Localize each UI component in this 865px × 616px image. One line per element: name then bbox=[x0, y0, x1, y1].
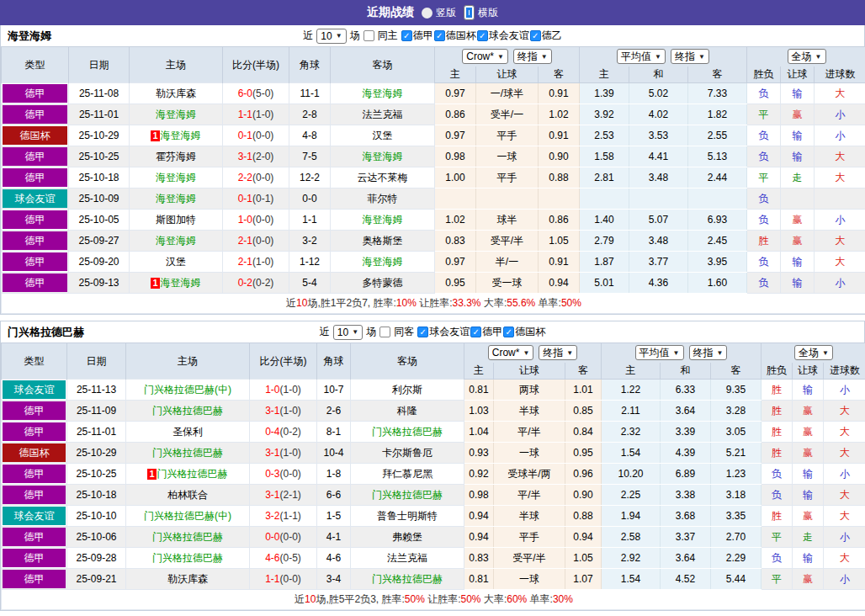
avg-away: 2.55 bbox=[688, 125, 747, 146]
league-checkbox[interactable]: ✓ bbox=[434, 30, 445, 41]
result-winloss: 胜 bbox=[762, 443, 793, 464]
away-team-name: 海登海姆 bbox=[363, 88, 403, 99]
league-checkbox[interactable]: ✓ bbox=[530, 30, 541, 41]
odds-away: 0.91 bbox=[539, 252, 580, 273]
avg-home: 2.32 bbox=[602, 422, 661, 443]
home-team-cell: 汉堡 bbox=[130, 252, 223, 273]
full-time-score: 1-0 bbox=[238, 214, 252, 226]
result-handicap: 赢 bbox=[781, 104, 815, 125]
league-filters: ✓球会友谊✓德甲✓德国杯 bbox=[417, 325, 545, 339]
score-cell: 0-0(0-0) bbox=[250, 527, 317, 548]
match-type-cell: 德甲 bbox=[2, 569, 67, 590]
home-team-cell: 门兴格拉德巴赫 bbox=[126, 401, 250, 422]
average-select[interactable]: 平均值▼ bbox=[635, 345, 684, 360]
company-select[interactable]: Crow*▼ bbox=[462, 49, 508, 64]
radio-horizontal-icon[interactable] bbox=[464, 5, 475, 20]
home-team-name: 海登海姆 bbox=[156, 172, 196, 183]
odds-home: 1.00 bbox=[435, 167, 476, 189]
half-time-score: (0-0) bbox=[280, 468, 301, 480]
result-winloss: 平 bbox=[762, 569, 793, 590]
league-checkbox[interactable]: ✓ bbox=[470, 327, 481, 337]
layout-option-horizontal[interactable]: 横版 bbox=[464, 5, 498, 20]
avg-home: 1.58 bbox=[580, 146, 629, 167]
home-team-cell: 圣保利 bbox=[126, 422, 250, 443]
match-row: 德甲25-11-01圣保利0-4(0-2)8-1门兴格拉德巴赫1.04平/半0.… bbox=[2, 422, 865, 443]
full-time-score: 3-2 bbox=[265, 510, 279, 522]
corner-count: 1-8 bbox=[317, 464, 351, 485]
games-count-select[interactable]: 10▼ bbox=[316, 29, 346, 44]
match-row: 德甲25-10-06门兴格拉德巴赫0-0(0-0)4-1弗赖堡0.94平手0.9… bbox=[2, 527, 865, 548]
summary-segment: 10 bbox=[305, 593, 316, 605]
match-date: 25-11-01 bbox=[69, 104, 130, 125]
match-type-cell: 德甲 bbox=[2, 104, 69, 125]
final-odds-select[interactable]: 终指▼ bbox=[539, 345, 577, 360]
radio-vertical-icon[interactable] bbox=[422, 8, 432, 19]
odds-home: 0.93 bbox=[464, 443, 494, 464]
avg-draw: 4.02 bbox=[629, 104, 688, 125]
odds-handicap: 一球 bbox=[494, 569, 565, 590]
result-winloss: 胜 bbox=[747, 231, 781, 252]
layout-option-vertical[interactable]: 竖版 bbox=[422, 6, 456, 20]
avg-draw: 5.07 bbox=[629, 210, 688, 231]
league-filters: ✓德甲✓德国杯✓球会友谊✓德乙 bbox=[401, 29, 562, 43]
result-winloss: 胜 bbox=[762, 422, 793, 443]
avg-away: 3.28 bbox=[711, 401, 762, 422]
away-team-cell: 卡尔斯鲁厄 bbox=[351, 443, 464, 464]
result-goals: 大 bbox=[815, 146, 865, 167]
league-checkbox[interactable]: ✓ bbox=[503, 327, 514, 337]
league-checkbox[interactable]: ✓ bbox=[401, 30, 412, 41]
final-odds-select[interactable]: 终指▼ bbox=[671, 49, 709, 64]
league-label: 球会友谊 bbox=[429, 325, 470, 339]
competition-badge: 德甲 bbox=[3, 252, 67, 271]
odds-home: 0.98 bbox=[464, 485, 494, 506]
final-odds-select[interactable]: 终指▼ bbox=[513, 49, 552, 64]
home-team-name: 门兴格拉德巴赫(中) bbox=[144, 510, 231, 522]
match-date: 25-11-13 bbox=[67, 380, 126, 401]
match-type-cell: 球会友谊 bbox=[2, 189, 69, 210]
avg-draw: 5.02 bbox=[629, 83, 688, 104]
home-team-name: 霍芬海姆 bbox=[156, 151, 196, 162]
col-date: 日期 bbox=[69, 47, 130, 83]
competition-badge: 德甲 bbox=[3, 273, 67, 292]
final-odds-select[interactable]: 终指▼ bbox=[689, 345, 728, 360]
result-handicap: 赢 bbox=[793, 443, 824, 464]
result-handicap: 输 bbox=[793, 380, 824, 401]
odds-handicap: 平/半 bbox=[494, 485, 565, 506]
league-checkbox[interactable]: ✓ bbox=[417, 327, 428, 337]
odds-home: 0.95 bbox=[435, 273, 476, 294]
half-time-score: (0-0) bbox=[280, 573, 301, 585]
odds-away: 1.05 bbox=[539, 231, 580, 252]
home-team-cell: 勒沃库森 bbox=[130, 83, 223, 104]
col-date: 日期 bbox=[67, 343, 126, 380]
full-match-select[interactable]: 全场▼ bbox=[788, 49, 826, 64]
games-count-select[interactable]: 10▼ bbox=[333, 325, 363, 340]
score-cell: 3-1(1-0) bbox=[250, 443, 317, 464]
company-select[interactable]: Crow*▼ bbox=[488, 345, 534, 360]
competition-badge: 德甲 bbox=[3, 210, 67, 229]
half-time-score: (2-0) bbox=[252, 151, 273, 162]
corner-count: 11-1 bbox=[289, 83, 331, 104]
same-venue-checkbox[interactable] bbox=[379, 327, 390, 337]
home-team-cell: 海登海姆 bbox=[130, 231, 223, 252]
score-cell: 3-1(2-0) bbox=[223, 146, 289, 167]
match-date: 25-10-18 bbox=[69, 167, 130, 189]
result-goals: 大 bbox=[815, 167, 865, 189]
same-venue-checkbox[interactable] bbox=[364, 30, 374, 41]
corner-count: 4-6 bbox=[317, 548, 351, 569]
away-team-cell: 利尔斯 bbox=[351, 380, 464, 401]
result-goals: 小 bbox=[824, 380, 865, 401]
competition-badge: 德甲 bbox=[3, 422, 66, 441]
result-winloss: 胜 bbox=[762, 380, 793, 401]
col-avg-home: 主 bbox=[602, 363, 661, 380]
home-team-cell: 1门兴格拉德巴赫 bbox=[126, 464, 250, 485]
result-goals: 大 bbox=[824, 485, 865, 506]
competition-badge: 球会友谊 bbox=[3, 507, 66, 525]
odds-away: 0.94 bbox=[565, 527, 602, 548]
average-select[interactable]: 平均值▼ bbox=[617, 49, 666, 64]
match-date: 25-10-29 bbox=[67, 443, 126, 464]
league-checkbox[interactable]: ✓ bbox=[477, 30, 488, 41]
match-type-cell: 球会友谊 bbox=[2, 380, 67, 401]
full-match-select[interactable]: 全场▼ bbox=[794, 345, 833, 360]
col-odds-home: 主 bbox=[464, 363, 494, 380]
score-cell: 0-3(0-0) bbox=[250, 464, 317, 485]
